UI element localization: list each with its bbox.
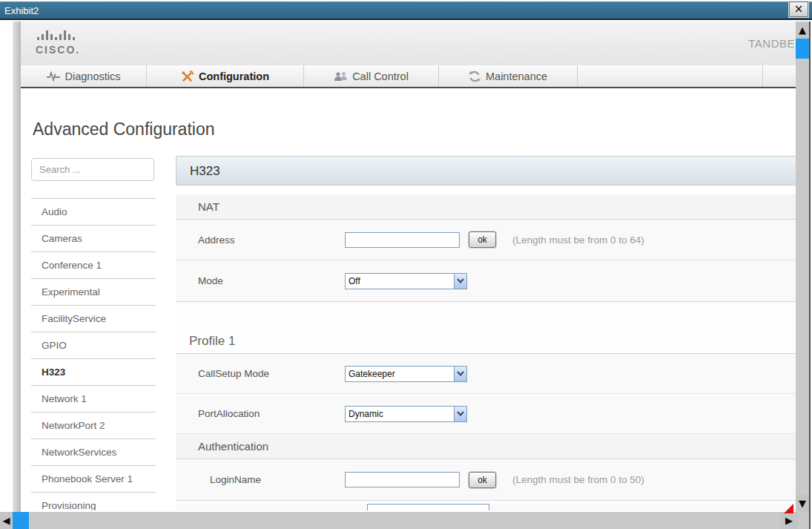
horizontal-scrollbar[interactable]: ◀ ▶ — [0, 512, 809, 529]
tab-maintenance[interactable]: Maintenance — [439, 65, 578, 87]
mode-label: Mode — [176, 275, 345, 286]
exhibit-window: Exhibit2 × — [0, 0, 812, 529]
next-row-select-partial[interactable] — [367, 504, 489, 510]
row-address: Address ok (Length must be from 0 to 64) — [176, 220, 796, 260]
partner-text: TANDBE — [748, 37, 795, 50]
brand-logo: CISCO. — [36, 28, 80, 56]
chevron-down-icon — [457, 371, 464, 376]
select-arrow-button[interactable] — [454, 407, 466, 421]
sidebar-item-networkport2[interactable]: NetworkPort 2 — [31, 413, 156, 439]
tab-label: Configuration — [199, 70, 269, 82]
address-hint: (Length must be from 0 to 64) — [512, 234, 644, 246]
scroll-left-icon: ◀ — [3, 516, 10, 525]
sidebar-item-experimental[interactable]: Experimental — [31, 279, 156, 306]
vertical-scrollbar[interactable]: ▲ ▼ — [796, 22, 809, 512]
scroll-right-button[interactable]: ▶ — [780, 512, 798, 529]
scroll-up-icon: ▲ — [799, 25, 806, 35]
red-corner-marker — [784, 504, 793, 513]
tab-label: Maintenance — [486, 70, 547, 82]
vertical-scroll-thumb[interactable] — [796, 39, 809, 59]
select-value: Off — [346, 276, 454, 286]
sidebar-item-cameras[interactable]: Cameras — [31, 226, 156, 252]
loginname-ok-button[interactable]: ok — [469, 472, 496, 488]
scroll-right-icon: ▶ — [785, 516, 793, 525]
address-input[interactable] — [345, 232, 460, 248]
tab-configuration[interactable]: Configuration — [147, 65, 304, 87]
sidebar-item-audio[interactable]: Audio — [31, 199, 156, 226]
loginname-input[interactable] — [345, 472, 460, 487]
panel-title: H323 — [176, 156, 796, 185]
select-arrow-button[interactable] — [454, 367, 466, 381]
scroll-down-button[interactable]: ▼ — [796, 495, 809, 512]
portallocation-label: PortAllocation — [176, 408, 345, 419]
sidebar-item-h323[interactable]: H323 — [31, 359, 156, 386]
spacer — [176, 185, 796, 194]
callsetup-mode-label: CallSetup Mode — [176, 368, 345, 379]
sidebar-item-gpio[interactable]: GPIO — [31, 332, 156, 359]
web-page: CISCO. TANDBE Diagnostics Configuration — [21, 22, 796, 510]
sidebar-item-networkservices[interactable]: NetworkServices — [31, 439, 156, 466]
sidebar-item-phonebookserver1[interactable]: Phonebook Server 1 — [31, 466, 156, 493]
row-portallocation: PortAllocation Dynamic — [176, 394, 796, 434]
scroll-down-icon: ▼ — [799, 499, 806, 508]
brand-wordmark: CISCO. — [36, 44, 80, 56]
row-partial-next — [176, 504, 796, 510]
row-callsetup-mode: CallSetup Mode Gatekeeper — [176, 354, 796, 394]
chevron-down-icon — [457, 411, 464, 416]
tab-label: Diagnostics — [65, 70, 121, 82]
mode-select[interactable]: Off — [345, 273, 467, 289]
tab-bar: Diagnostics Configuration Call C — [21, 65, 796, 88]
section-authentication-header: Authentication — [176, 434, 796, 459]
row-mode: Mode Off — [176, 260, 796, 302]
loginname-hint: (Length must be from 0 to 50) — [512, 474, 644, 485]
tab-bar-filler — [578, 65, 763, 87]
spacer — [176, 302, 796, 326]
tab-bar-filler — [763, 65, 796, 87]
section-nat-header: NAT — [176, 194, 796, 220]
tab-diagnostics[interactable]: Diagnostics — [21, 65, 147, 87]
search-input[interactable] — [31, 158, 154, 181]
people-icon — [334, 71, 347, 82]
tab-call-control[interactable]: Call Control — [304, 65, 439, 87]
page-title: Advanced Configuration — [33, 119, 215, 139]
close-icon: × — [794, 4, 804, 15]
select-arrow-button[interactable] — [454, 274, 466, 289]
window-titlebar[interactable]: Exhibit2 — [0, 1, 812, 20]
select-value: Dynamic — [346, 409, 454, 419]
address-label: Address — [176, 234, 345, 246]
sidebar-item-facilityservice[interactable]: FacilityService — [31, 306, 156, 332]
select-value: Gatekeeper — [346, 369, 454, 379]
sidebar-item-provisioning[interactable]: Provisioning — [31, 493, 156, 510]
sidebar-nav: Audio Cameras Conference 1 Experimental … — [31, 198, 156, 510]
window-right-border — [809, 22, 811, 529]
address-ok-button[interactable]: ok — [469, 231, 496, 248]
row-loginname: LoginName ok (Length must be from 0 to 5… — [176, 459, 796, 501]
chevron-down-icon — [457, 278, 464, 283]
horizontal-scroll-thumb[interactable] — [13, 512, 29, 529]
callsetup-mode-select[interactable]: Gatekeeper — [345, 366, 467, 382]
pulse-icon — [47, 71, 60, 82]
scroll-left-button[interactable]: ◀ — [0, 512, 13, 529]
crossed-tools-icon — [181, 70, 194, 82]
close-button[interactable]: × — [789, 1, 808, 17]
settings-panel: H323 NAT Address ok (Length must be from… — [176, 156, 796, 510]
cisco-bars-icon — [36, 28, 77, 40]
page-left-shadow — [13, 22, 21, 512]
window-title: Exhibit2 — [4, 5, 39, 16]
sidebar-item-network1[interactable]: Network 1 — [31, 386, 156, 413]
loginname-label: LoginName — [176, 474, 345, 485]
site-header: CISCO. TANDBE — [21, 22, 796, 65]
tab-label: Call Control — [352, 70, 409, 82]
refresh-icon — [469, 70, 481, 82]
sidebar-item-conference1[interactable]: Conference 1 — [31, 252, 156, 279]
section-profile1-header: Profile 1 — [176, 326, 796, 354]
portallocation-select[interactable]: Dynamic — [345, 406, 467, 422]
scroll-up-button[interactable]: ▲ — [796, 22, 809, 39]
